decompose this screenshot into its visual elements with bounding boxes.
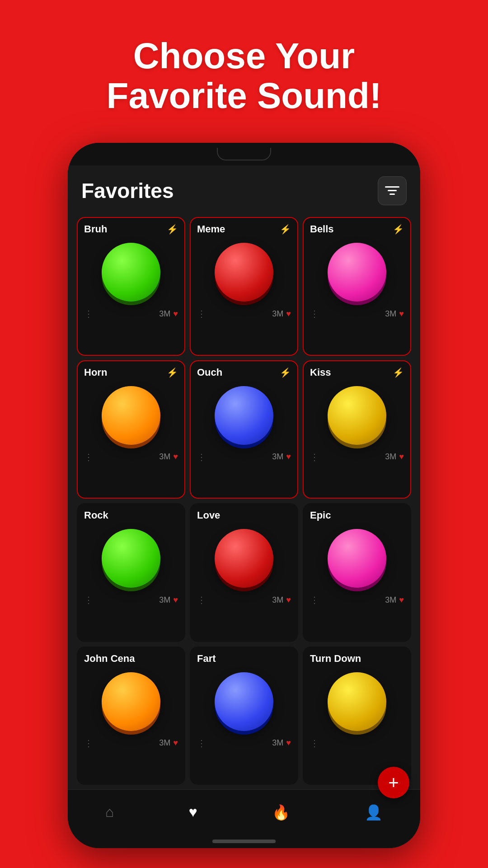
sound-name-fart: Fart [197,653,216,665]
card-footer-bruh: ⋮ 3M ♥ [84,308,178,319]
sound-card-love[interactable]: Love ⋮ 3M ♥ [190,503,298,642]
heart-icon-rock: ♥ [173,595,178,605]
button-wrap-bells[interactable] [325,241,389,304]
phone-shell: Favorites Bruh ⚡ ⋮ 3M ♥ [68,143,420,848]
lightning-icon-horn: ⚡ [167,367,178,378]
filter-button[interactable] [378,176,407,205]
more-options-bruh[interactable]: ⋮ [84,308,94,319]
sound-card-horn[interactable]: Horn ⚡ ⋮ 3M ♥ [77,360,185,499]
sound-button-kiss[interactable] [328,386,386,445]
button-wrap-rock[interactable] [99,527,163,590]
button-wrap-kiss[interactable] [325,384,389,447]
card-stats-love: 3M ♥ [272,595,291,605]
button-wrap-horn[interactable] [99,384,163,447]
button-wrap-fart[interactable] [212,670,276,733]
sound-card-ouch[interactable]: Ouch ⚡ ⋮ 3M ♥ [190,360,298,499]
sound-name-bruh: Bruh [84,223,107,235]
sound-card-bells[interactable]: Bells ⚡ ⋮ 3M ♥ [303,217,411,356]
card-header-bells: Bells ⚡ [310,223,404,235]
nav-item-home[interactable]: ⌂ [105,804,114,821]
headline-line2: Favorite Sound! [107,75,382,116]
play-count-horn: 3M [159,452,170,462]
play-count-love: 3M [272,595,283,605]
sound-card-fart[interactable]: Fart ⋮ 3M ♥ [190,646,298,785]
more-options-turn-down[interactable]: ⋮ [310,738,319,749]
button-wrap-love[interactable] [212,527,276,590]
sound-button-bells[interactable] [328,243,386,302]
card-footer-ouch: ⋮ 3M ♥ [197,452,291,462]
more-options-kiss[interactable]: ⋮ [310,452,319,462]
app-content: Favorites Bruh ⚡ ⋮ 3M ♥ [68,165,420,789]
sound-button-rock[interactable] [102,529,160,588]
card-stats-meme: 3M ♥ [272,309,291,319]
sound-card-john-cena[interactable]: John Cena ⋮ 3M ♥ [77,646,185,785]
card-footer-meme: ⋮ 3M ♥ [197,308,291,319]
sound-card-rock[interactable]: Rock ⋮ 3M ♥ [77,503,185,642]
more-options-john-cena[interactable]: ⋮ [84,738,94,749]
add-sound-fab[interactable]: + [378,767,409,798]
heart-icon-bells: ♥ [399,309,404,319]
sound-card-turn-down[interactable]: Turn Down ⋮ [303,646,411,785]
heart-icon-kiss: ♥ [399,452,404,462]
heart-icon-fart: ♥ [286,738,291,748]
sound-button-turn-down[interactable] [328,672,386,731]
header-text-block: Choose Your Favorite Sound! [107,0,382,116]
sound-card-meme[interactable]: Meme ⚡ ⋮ 3M ♥ [190,217,298,356]
more-options-ouch[interactable]: ⋮ [197,452,206,462]
sound-button-epic[interactable] [328,529,386,588]
sound-button-meme[interactable] [215,243,273,302]
more-options-love[interactable]: ⋮ [197,594,206,605]
nav-item-favorites[interactable]: ♥ [188,804,197,821]
sound-name-bells: Bells [310,223,334,235]
lightning-icon-ouch: ⚡ [280,367,291,378]
sound-card-epic[interactable]: Epic ⋮ 3M ♥ [303,503,411,642]
home-indicator [68,835,420,848]
headline-line1: Choose Your [133,36,355,76]
svg-rect-2 [389,193,395,195]
sound-button-john-cena[interactable] [102,672,160,731]
lightning-icon-kiss: ⚡ [393,367,404,378]
play-count-rock: 3M [159,595,170,605]
lightning-icon-bells: ⚡ [393,224,404,235]
nav-item-profile[interactable]: 👤 [365,804,383,821]
more-options-horn[interactable]: ⋮ [84,452,94,462]
more-options-bells[interactable]: ⋮ [310,308,319,319]
sound-name-rock: Rock [84,509,108,521]
play-count-john-cena: 3M [159,738,170,748]
more-options-epic[interactable]: ⋮ [310,594,319,605]
sound-name-epic: Epic [310,509,331,521]
card-stats-ouch: 3M ♥ [272,452,291,462]
card-header-meme: Meme ⚡ [197,223,291,235]
card-footer-love: ⋮ 3M ♥ [197,594,291,605]
heart-icon-meme: ♥ [286,309,291,319]
card-header-epic: Epic [310,509,404,521]
card-footer-rock: ⋮ 3M ♥ [84,594,178,605]
main-headline: Choose Your Favorite Sound! [107,36,382,116]
sound-card-kiss[interactable]: Kiss ⚡ ⋮ 3M ♥ [303,360,411,499]
sound-button-love[interactable] [215,529,273,588]
button-wrap-john-cena[interactable] [99,670,163,733]
sound-button-horn[interactable] [102,386,160,445]
sound-button-bruh[interactable] [102,243,160,302]
bottom-nav: ⌂♥🔥👤 [68,789,420,835]
button-wrap-bruh[interactable] [99,241,163,304]
play-count-bruh: 3M [159,309,170,319]
lightning-icon-meme: ⚡ [280,224,291,235]
button-wrap-meme[interactable] [212,241,276,304]
button-wrap-ouch[interactable] [212,384,276,447]
card-header-fart: Fart [197,653,291,665]
sound-button-fart[interactable] [215,672,273,731]
sound-name-horn: Horn [84,367,107,378]
card-footer-john-cena: ⋮ 3M ♥ [84,738,178,749]
button-wrap-turn-down[interactable] [325,670,389,733]
button-wrap-epic[interactable] [325,527,389,590]
heart-icon-love: ♥ [286,595,291,605]
more-options-meme[interactable]: ⋮ [197,308,206,319]
sound-button-ouch[interactable] [215,386,273,445]
nav-item-trending[interactable]: 🔥 [272,804,290,821]
sound-card-bruh[interactable]: Bruh ⚡ ⋮ 3M ♥ [77,217,185,356]
app-header: Favorites [68,165,420,212]
more-options-rock[interactable]: ⋮ [84,594,94,605]
play-count-fart: 3M [272,738,283,748]
more-options-fart[interactable]: ⋮ [197,738,206,749]
